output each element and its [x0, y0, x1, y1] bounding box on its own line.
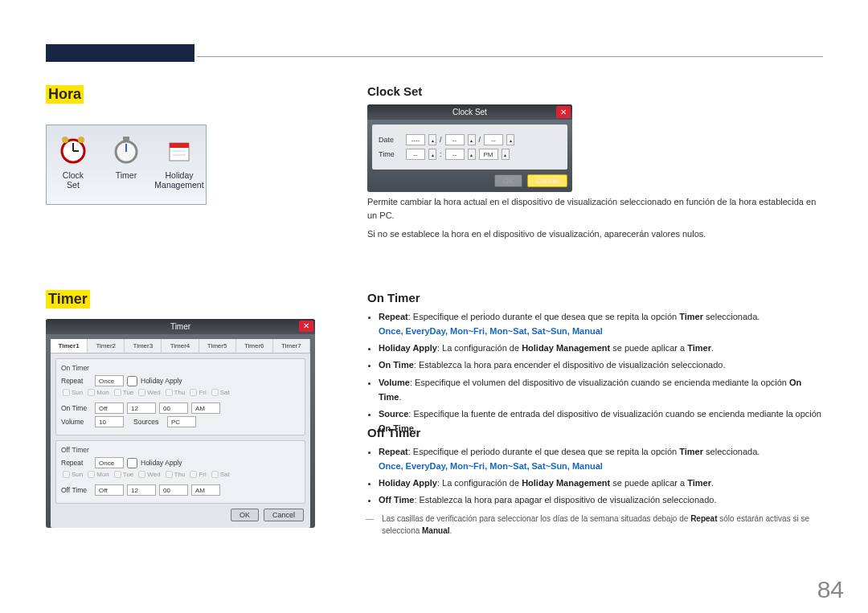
spin-btn[interactable]: ▴ [428, 134, 436, 145]
clock-set-icon[interactable]: Clock Set [47, 125, 100, 204]
off-timer-group-label: Off Timer [61, 446, 300, 454]
day-check[interactable]: Fri [190, 389, 206, 396]
holiday-apply-check[interactable] [127, 376, 137, 386]
list-item: Holiday Apply: La configuración de Holid… [379, 476, 825, 490]
on-time-ampm[interactable]: AM [191, 403, 220, 414]
day-check[interactable]: Mon [88, 389, 109, 396]
repeat-label: Repeat [61, 459, 92, 467]
on-time-enable[interactable]: Off [95, 403, 124, 414]
day-check[interactable]: Tue [114, 389, 134, 396]
on-timer-group: On Timer Repeat Once Holiday Apply Sun M… [55, 358, 305, 435]
tab-timer2[interactable]: Timer2 [88, 339, 125, 353]
time-ampm[interactable]: PM [479, 149, 498, 160]
timer-heading: Timer [46, 290, 90, 309]
ok-button[interactable]: OK [494, 174, 522, 187]
alarm-clock-icon [57, 133, 89, 166]
list-item: Repeat: Especifique el periodo durante e… [379, 309, 825, 338]
stopwatch-icon [110, 133, 142, 166]
off-timer-heading: Off Timer [367, 426, 825, 439]
day-check[interactable]: Thu [166, 389, 186, 396]
day-check[interactable]: Sat [211, 471, 230, 478]
colon: : [440, 150, 442, 158]
tab-timer4[interactable]: Timer4 [162, 339, 199, 353]
chapter-bar [46, 44, 194, 62]
day-check[interactable]: Sun [63, 471, 83, 478]
on-timer-heading: On Timer [367, 291, 825, 304]
calendar-icon [163, 133, 195, 166]
day-check[interactable]: Fri [190, 471, 206, 478]
ok-button[interactable]: OK [231, 509, 259, 521]
on-time-min[interactable]: 00 [159, 403, 188, 414]
tab-timer1[interactable]: Timer1 [51, 339, 88, 353]
close-button[interactable]: ✕ [556, 106, 571, 118]
day-check[interactable]: Wed [138, 471, 160, 478]
clockset-desc-2: Si no se establece la hora en el disposi… [367, 227, 825, 241]
close-button[interactable]: ✕ [299, 321, 313, 332]
svg-point-3 [62, 137, 68, 143]
time-min[interactable]: -- [445, 149, 465, 160]
day-check[interactable]: Tue [114, 471, 134, 478]
day-check[interactable]: Wed [138, 389, 160, 396]
cancel-button[interactable]: Cancel [264, 509, 304, 521]
volume-label: Volume [61, 418, 92, 426]
day-checks-off: Sun Mon Tue Wed Thu Fri Sat [63, 471, 300, 478]
cancel-button[interactable]: Cancel [527, 174, 567, 187]
sources-select[interactable]: PC [167, 416, 196, 427]
tab-timer6[interactable]: Timer6 [236, 339, 273, 353]
holiday-mgmt-icon[interactable]: Holiday Management [153, 125, 206, 204]
clock-set-dialog: Clock Set ✕ Date ----▴ / --▴ / --▴ Time … [367, 104, 572, 192]
on-time-hour[interactable]: 12 [127, 403, 156, 414]
svg-rect-6 [123, 137, 129, 141]
date-month[interactable]: -- [445, 134, 465, 145]
time-hour[interactable]: -- [406, 149, 425, 160]
day-check[interactable]: Sat [211, 389, 230, 396]
repeat-select[interactable]: Once [95, 457, 124, 468]
timer-title-text: Timer [170, 322, 190, 331]
clock-set-label: Clock Set [47, 170, 100, 190]
clock-set-title-text: Clock Set [452, 108, 487, 116]
date-day[interactable]: -- [484, 134, 503, 145]
repeat-label: Repeat [61, 377, 92, 385]
tab-timer5[interactable]: Timer5 [199, 339, 236, 353]
off-timer-group: Off Timer Repeat Once Holiday Apply Sun … [55, 440, 305, 504]
holiday-label: Holiday Management [153, 170, 206, 190]
timer-label: Timer [100, 170, 153, 180]
spin-btn[interactable]: ▴ [468, 134, 476, 145]
volume-value[interactable]: 10 [95, 416, 124, 427]
off-time-ampm[interactable]: AM [191, 484, 220, 496]
off-time-enable[interactable]: Off [95, 484, 124, 496]
off-time-min[interactable]: 00 [159, 484, 188, 496]
timer-dialog: Timer ✕ Timer1 Timer2 Timer3 Timer4 Time… [46, 319, 315, 528]
list-item: On Time: Establezca la hora para encende… [379, 358, 825, 372]
spin-btn[interactable]: ▴ [502, 149, 510, 160]
timer-tabs: Timer1 Timer2 Timer3 Timer4 Timer5 Timer… [51, 339, 310, 353]
tab-timer7[interactable]: Timer7 [273, 339, 310, 353]
holiday-apply-label: Holiday Apply [141, 377, 182, 385]
date-year[interactable]: ---- [406, 134, 425, 145]
off-time-hour[interactable]: 12 [127, 484, 156, 496]
svg-rect-9 [170, 143, 189, 148]
list-item: Repeat: Especifique el periodo durante e… [379, 444, 825, 473]
day-check[interactable]: Mon [88, 471, 109, 478]
timer-dialog-title: Timer ✕ [46, 319, 315, 334]
spin-btn[interactable]: ▴ [428, 149, 436, 160]
holiday-apply-check[interactable] [127, 458, 137, 468]
spin-btn[interactable]: ▴ [468, 149, 476, 160]
day-check[interactable]: Thu [166, 471, 186, 478]
spin-btn[interactable]: ▴ [506, 134, 514, 145]
off-time-label: Off Time [61, 486, 92, 494]
holiday-apply-label: Holiday Apply [141, 459, 182, 467]
tab-timer3[interactable]: Timer3 [125, 339, 162, 353]
footnote: Las casillas de verificación para selecc… [379, 513, 825, 537]
hora-icon-strip: Clock Set Timer Holiday Management [46, 125, 207, 205]
slash: / [479, 136, 481, 144]
on-timer-group-label: On Timer [61, 364, 300, 372]
list-item: Volume: Especifique el volumen del dispo… [379, 375, 825, 404]
day-check[interactable]: Sun [63, 389, 83, 396]
hora-heading: Hora [46, 85, 84, 104]
repeat-select[interactable]: Once [95, 375, 124, 386]
timer-icon[interactable]: Timer [100, 125, 153, 204]
clock-set-dialog-title: Clock Set ✕ [367, 104, 572, 120]
on-time-label: On Time [61, 404, 92, 412]
list-item: Holiday Apply: La configuración de Holid… [379, 341, 825, 355]
